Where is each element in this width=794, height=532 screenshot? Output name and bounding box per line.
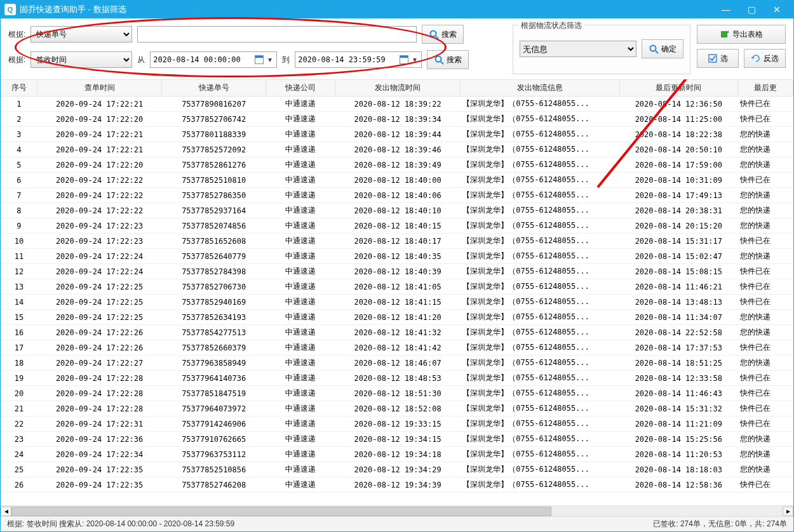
cell-company: 中通速递 bbox=[266, 188, 335, 203]
col-send-info[interactable]: 发出物流信息 bbox=[460, 80, 619, 96]
scroll-left-button[interactable]: ◂ bbox=[1, 507, 11, 516]
filter-field-combo-1[interactable]: 快递单号 bbox=[30, 26, 132, 43]
panel-title: 根据物流状态筛选 bbox=[518, 20, 584, 31]
cell-lastinfo: 快件已在 bbox=[737, 416, 793, 432]
table-row[interactable]: 242020-09-24 17:22:3475377963753112中通速递2… bbox=[1, 447, 793, 462]
cell-company: 中通速递 bbox=[266, 447, 335, 462]
col-tracking-no[interactable]: 快递单号 bbox=[162, 80, 266, 96]
table-row[interactable]: 92020-09-24 17:22:2375377852074856中通速递20… bbox=[1, 218, 793, 234]
filter-field-combo-2[interactable]: 签收时间 bbox=[30, 51, 132, 68]
cell-lastinfo: 快件已在 bbox=[737, 371, 793, 386]
cell-seq: 1 bbox=[1, 96, 37, 112]
search-button-2[interactable]: 搜索 bbox=[427, 50, 469, 69]
date-from-value: 2020-08-14 00:00:00 bbox=[153, 55, 252, 64]
maximize-button[interactable]: ▢ bbox=[739, 1, 764, 18]
table-row[interactable]: 232020-09-24 17:22:3675377910762665中通速递2… bbox=[1, 432, 793, 447]
cell-lastinfo: 快件已在 bbox=[737, 295, 793, 310]
col-company[interactable]: 快递公司 bbox=[266, 80, 335, 96]
cell-sendinfo: 【深圳龙华】（0755-61248055... bbox=[460, 279, 619, 295]
cell-lastinfo: 您的快递 bbox=[737, 447, 793, 462]
select-all-label: 选 bbox=[720, 53, 728, 64]
table-row[interactable]: 182020-09-24 17:22:2775377963858949中通速递2… bbox=[1, 356, 793, 371]
cell-seq: 3 bbox=[1, 127, 37, 142]
table-row[interactable]: 222020-09-24 17:22:3175377914246906中通速递2… bbox=[1, 416, 793, 432]
chevron-down-icon: ▾ bbox=[411, 56, 419, 63]
cell-qtime: 2020-09-24 17:22:22 bbox=[37, 173, 162, 188]
col-query-time[interactable]: 查单时间 bbox=[37, 80, 162, 96]
col-last-time[interactable]: 最后更新时间 bbox=[619, 80, 737, 96]
logistics-status-combo[interactable]: 无信息 bbox=[520, 41, 636, 57]
cell-sendinfo: 【深圳龙华】（0755-61248055... bbox=[460, 249, 619, 264]
close-button[interactable]: ✕ bbox=[764, 1, 790, 18]
select-all-button[interactable]: 选 bbox=[697, 49, 739, 68]
horizontal-scrollbar[interactable]: ◂ ▸ bbox=[1, 505, 793, 516]
logistics-filter-panel: 根据物流状态筛选 无信息 确定 bbox=[513, 25, 690, 74]
cell-sendinfo: 【深圳龙华】（0755-61248055... bbox=[460, 295, 619, 310]
cell-qtime: 2020-09-24 17:22:21 bbox=[37, 127, 162, 142]
search-button-1[interactable]: 搜索 bbox=[422, 25, 464, 44]
table-row[interactable]: 102020-09-24 17:22:2375377851652608中通速递2… bbox=[1, 234, 793, 249]
cell-qtime: 2020-09-24 17:22:24 bbox=[37, 264, 162, 279]
table-row[interactable]: 12020-09-24 17:22:2175377890816207中通速递20… bbox=[1, 96, 793, 112]
cell-company: 中通速递 bbox=[266, 401, 335, 416]
cell-company: 中通速递 bbox=[266, 279, 335, 295]
search-button-label: 搜索 bbox=[447, 55, 462, 65]
date-to-picker[interactable]: 2020-08-14 23:59:59 ▾ bbox=[295, 51, 422, 68]
invert-selection-button[interactable]: 反选 bbox=[744, 49, 786, 68]
cell-sendtime: 2020-08-12 18:39:49 bbox=[335, 157, 461, 173]
table-row[interactable]: 72020-09-24 17:22:2275377852786350中通速递20… bbox=[1, 188, 793, 203]
table-row[interactable]: 82020-09-24 17:22:2275377852937164中通速递20… bbox=[1, 203, 793, 218]
filter-value-input[interactable] bbox=[137, 26, 417, 43]
export-button[interactable]: 导出表格 bbox=[697, 25, 786, 44]
cell-lastinfo: 您的快递 bbox=[737, 218, 793, 234]
cell-lasttime: 2020-08-14 18:51:25 bbox=[619, 356, 737, 371]
cell-lastinfo: 您的快递 bbox=[737, 462, 793, 477]
cell-sendinfo: 【深圳龙华】（0755-61248055... bbox=[460, 310, 619, 325]
cell-lasttime: 2020-08-14 12:36:50 bbox=[619, 96, 737, 112]
table-row[interactable]: 172020-09-24 17:22:2675377852660379中通速递2… bbox=[1, 340, 793, 356]
cell-seq: 24 bbox=[1, 447, 37, 462]
cell-track: 75377851847519 bbox=[162, 386, 266, 401]
cell-track: 75377964140736 bbox=[162, 371, 266, 386]
filter-toolbar: 根据: 快递单号 搜索 根据: 签收时间 从 bbox=[1, 18, 793, 79]
cell-sendtime: 2020-08-12 18:40:39 bbox=[335, 264, 461, 279]
table-row[interactable]: 262020-09-24 17:22:3575377852746208中通速递2… bbox=[1, 477, 793, 493]
cell-sendtime: 2020-08-12 18:48:53 bbox=[335, 371, 461, 386]
date-from-picker[interactable]: 2020-08-14 00:00:00 ▾ bbox=[150, 51, 277, 68]
cell-seq: 13 bbox=[1, 279, 37, 295]
table-row[interactable]: 112020-09-24 17:22:2475377852640779中通速递2… bbox=[1, 249, 793, 264]
col-last-info[interactable]: 最后更 bbox=[737, 80, 793, 96]
col-send-time[interactable]: 发出物流时间 bbox=[335, 80, 461, 96]
table-row[interactable]: 152020-09-24 17:22:2575377852634193中通速递2… bbox=[1, 310, 793, 325]
table-row[interactable]: 62020-09-24 17:22:2275377852510810中通速递20… bbox=[1, 173, 793, 188]
cell-lasttime: 2020-08-14 18:22:38 bbox=[619, 127, 737, 142]
table-row[interactable]: 22020-09-24 17:22:2075377852706742中通速递20… bbox=[1, 112, 793, 127]
table-row[interactable]: 132020-09-24 17:22:2575377852706730中通速递2… bbox=[1, 279, 793, 295]
cell-lasttime: 2020-08-14 11:25:00 bbox=[619, 112, 737, 127]
svg-rect-6 bbox=[721, 31, 727, 37]
table-row[interactable]: 142020-09-24 17:22:2575377852940169中通速递2… bbox=[1, 295, 793, 310]
table-row[interactable]: 52020-09-24 17:22:2075377852861276中通速递20… bbox=[1, 157, 793, 173]
cell-sendinfo: 【深圳龙华】（0755-61248055... bbox=[460, 462, 619, 477]
table-row[interactable]: 192020-09-24 17:22:2875377964140736中通速递2… bbox=[1, 371, 793, 386]
data-grid[interactable]: 序号 查单时间 快递单号 快递公司 发出物流时间 发出物流信息 最后更新时间 最… bbox=[1, 79, 793, 505]
search-icon bbox=[429, 29, 439, 39]
scroll-right-button[interactable]: ▸ bbox=[783, 507, 793, 516]
confirm-button[interactable]: 确定 bbox=[642, 39, 683, 58]
cell-qtime: 2020-09-24 17:22:20 bbox=[37, 157, 162, 173]
invert-icon bbox=[751, 53, 761, 63]
cell-track: 75377910762665 bbox=[162, 432, 266, 447]
cell-sendinfo: 【深圳龙华】（0755-61248055... bbox=[460, 188, 619, 203]
table-row[interactable]: 42020-09-24 17:22:2175377852572092中通速递20… bbox=[1, 142, 793, 157]
table-row[interactable]: 252020-09-24 17:22:3575377852510856中通速递2… bbox=[1, 462, 793, 477]
table-row[interactable]: 212020-09-24 17:22:2875377964073972中通速递2… bbox=[1, 401, 793, 416]
minimize-button[interactable]: — bbox=[713, 1, 739, 18]
col-seq[interactable]: 序号 bbox=[1, 80, 37, 96]
table-row[interactable]: 122020-09-24 17:22:2475377852784398中通速递2… bbox=[1, 264, 793, 279]
table-row[interactable]: 202020-09-24 17:22:2875377851847519中通速递2… bbox=[1, 386, 793, 401]
table-row[interactable]: 32020-09-24 17:22:2175377801188339中通速递20… bbox=[1, 127, 793, 142]
cell-track: 75377852706742 bbox=[162, 112, 266, 127]
scroll-track[interactable] bbox=[11, 507, 783, 516]
table-row[interactable]: 162020-09-24 17:22:2675377854277513中通速递2… bbox=[1, 325, 793, 340]
scroll-thumb[interactable] bbox=[11, 507, 551, 516]
